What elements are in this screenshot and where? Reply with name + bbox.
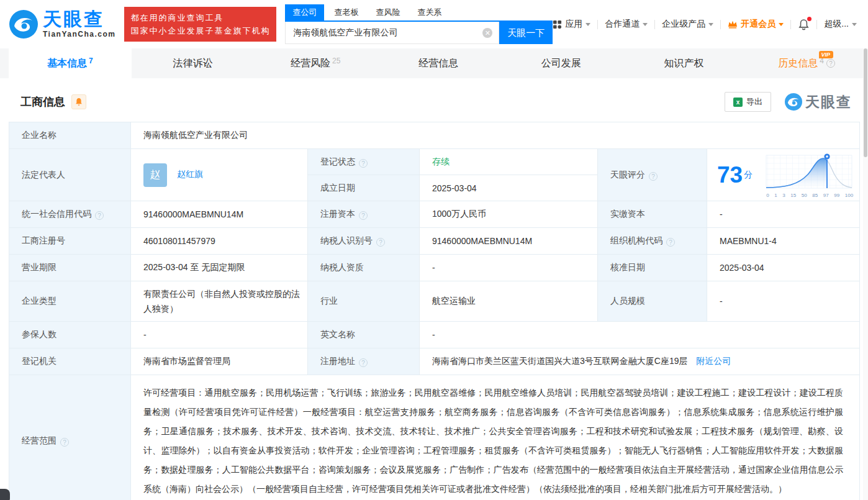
- field-label: 注册地址: [320, 356, 355, 366]
- help-icon[interactable]: [649, 172, 658, 181]
- watermark-text: 天眼查: [805, 93, 852, 112]
- avatar[interactable]: 赵: [143, 163, 167, 187]
- field-label: 法定代表人: [22, 170, 65, 180]
- floating-widget[interactable]: [0, 489, 10, 500]
- excel-icon: x: [733, 98, 743, 107]
- table-row: 工商注册号 460108011457979 纳税人识别号 91460000MAE…: [9, 228, 860, 255]
- vertical-scrollbar[interactable]: [863, 48, 868, 500]
- section-title: 工商信息: [20, 94, 65, 109]
- nav-open-vip[interactable]: 开通会员: [728, 19, 784, 30]
- help-icon[interactable]: [376, 238, 385, 247]
- export-button[interactable]: x 导出: [725, 92, 771, 112]
- score-distribution-chart: 01 315 5085 9799 100: [761, 152, 854, 198]
- tab-intellectual-property[interactable]: 知识产权: [623, 48, 746, 78]
- reg-address-value: 海南省海口市美兰区蓝天街道国兴大道3号互联网金融大厦C座19层: [432, 356, 687, 366]
- search-tab-boss[interactable]: 查老板: [327, 4, 366, 20]
- search-button[interactable]: 天眼一下: [499, 22, 553, 44]
- approval-date-value: 2025-03-04: [720, 263, 764, 273]
- score-unit: 分: [744, 170, 753, 181]
- help-icon[interactable]: [826, 59, 835, 68]
- help-icon[interactable]: [60, 438, 69, 447]
- industry-value: 航空运输业: [432, 296, 476, 306]
- promo-banner: 都在用的商业查询工具 国家中小企业发展子基金旗下机构: [124, 7, 276, 42]
- chevron-down-icon: [585, 23, 590, 26]
- tianyancha-swirl-icon: [785, 93, 802, 111]
- search-tab-company[interactable]: 查公司: [285, 4, 324, 20]
- monitor-bell-button[interactable]: [71, 94, 86, 109]
- score-value: 73: [717, 163, 743, 186]
- watermark-logo: 天眼查: [785, 93, 852, 112]
- help-icon[interactable]: [359, 159, 368, 168]
- nav-super-label: 超级...: [824, 19, 849, 30]
- search-area: 查公司 查老板 查风险 查关系 ✕ 天眼一下: [285, 4, 553, 44]
- notification-bell[interactable]: [798, 19, 810, 30]
- tab-history-info[interactable]: VIP 历史信息 4: [745, 48, 868, 78]
- chevron-down-icon: [708, 23, 713, 26]
- field-label: 经营范围: [22, 435, 57, 445]
- nav-apps[interactable]: 应用: [553, 19, 590, 30]
- tianyan-score[interactable]: 73 分: [707, 150, 859, 201]
- tab-operation-risk[interactable]: 经营风险 25: [254, 48, 377, 78]
- tianyancha-logo[interactable]: 天眼查 TianYanCha.com: [9, 10, 115, 39]
- search-tab-relation[interactable]: 查关系: [410, 4, 449, 20]
- field-label: 企业名称: [22, 130, 57, 140]
- field-label: 英文名称: [320, 329, 355, 339]
- table-row: 登记机关 海南省市场监督管理局 注册地址 海南省海口市美兰区蓝天街道国兴大道3号…: [9, 348, 860, 375]
- divider: [816, 20, 817, 29]
- chevron-down-icon: [643, 23, 648, 26]
- table-row: 法定代表人 赵 赵红旗 登记状态 存续 天眼评分 73 分: [9, 149, 860, 175]
- legal-rep-link[interactable]: 赵红旗: [177, 169, 203, 179]
- tab-operation-info[interactable]: 经营信息: [377, 48, 500, 78]
- scrollbar-thumb[interactable]: [864, 48, 867, 157]
- company-type-value: 有限责任公司（非自然人投资或控股的法人独资）: [143, 289, 300, 314]
- reg-capital-value: 1000万人民币: [432, 209, 486, 219]
- help-icon[interactable]: [666, 238, 675, 247]
- help-icon[interactable]: [359, 211, 368, 220]
- promo-line1: 都在用的商业查询工具: [130, 11, 270, 24]
- field-label: 核准日期: [610, 262, 645, 272]
- field-label: 实缴资本: [610, 209, 645, 219]
- table-row: 统一社会信用代码 91460000MAEBMNU14M 注册资本 1000万人民…: [9, 201, 860, 228]
- apps-grid-icon: [553, 20, 562, 29]
- chevron-down-icon: [779, 23, 784, 26]
- table-row: 参保人数 - 英文名称 -: [9, 322, 860, 348]
- field-label: 统一社会信用代码: [22, 209, 91, 219]
- clear-icon[interactable]: ✕: [482, 28, 492, 38]
- tab-count: 7: [89, 57, 93, 65]
- english-name-value: -: [432, 330, 435, 340]
- divider: [597, 20, 598, 29]
- tianyancha-swirl-icon: [9, 10, 38, 39]
- table-row: 经营范围 许可经营项目：通用航空服务；民用机场运营；飞行训练；旅游业务；民用航空…: [9, 375, 860, 500]
- tab-basic-info[interactable]: 基本信息 7: [9, 48, 132, 78]
- tab-count: 25: [332, 57, 340, 65]
- taxpayer-quality-value: -: [432, 263, 435, 273]
- field-label: 行业: [320, 296, 338, 306]
- nav-partner[interactable]: 合作通道: [605, 19, 648, 30]
- notification-dot: [807, 17, 811, 21]
- field-label: 组织机构代码: [610, 235, 662, 245]
- tab-company-development[interactable]: 公司发展: [500, 48, 623, 78]
- tab-label: 知识产权: [664, 57, 703, 70]
- field-label: 注册资本: [320, 209, 355, 219]
- search-tab-risk[interactable]: 查风险: [368, 4, 407, 20]
- bell-icon: [75, 98, 83, 106]
- reg-status-value: 存续: [432, 157, 450, 166]
- paid-capital-value: -: [720, 209, 723, 219]
- tab-label: 法律诉讼: [173, 57, 213, 70]
- promo-line2: 国家中小企业发展子基金旗下机构: [130, 24, 270, 37]
- help-icon[interactable]: [95, 211, 104, 220]
- help-icon[interactable]: [359, 358, 368, 367]
- tab-label: 历史信息: [778, 57, 818, 70]
- tab-label: 公司发展: [541, 57, 581, 70]
- reg-authority-value: 海南省市场监督管理局: [143, 356, 230, 366]
- crown-icon: [728, 20, 738, 29]
- search-input[interactable]: [286, 22, 499, 43]
- tab-legal[interactable]: 法律诉讼: [132, 48, 255, 78]
- insured-count-value: -: [143, 330, 147, 340]
- field-label: 企业类型: [22, 296, 57, 306]
- detail-tab-bar: 基本信息 7 法律诉讼 经营风险 25 经营信息 公司发展 知识产权 VIP 历…: [0, 48, 868, 78]
- table-row: 营业期限 2025-03-04 至 无固定期限 纳税人资质 - 核准日期 202…: [9, 255, 860, 281]
- nav-enterprise[interactable]: 企业级产品: [662, 19, 713, 30]
- nearby-companies-link[interactable]: 附近公司: [696, 356, 731, 366]
- nav-super-member[interactable]: 超级...: [824, 19, 857, 30]
